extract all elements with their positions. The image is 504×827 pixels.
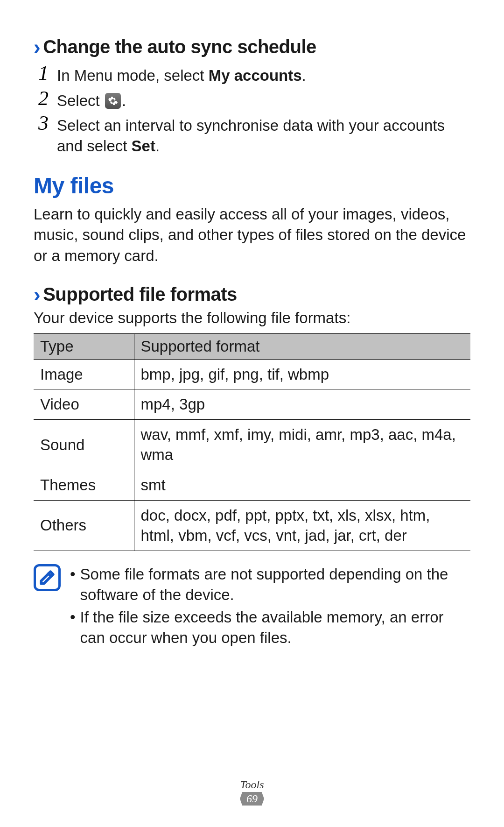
step-bold: My accounts bbox=[209, 67, 302, 84]
step-text-post: . bbox=[155, 137, 160, 155]
step-number: 1 bbox=[34, 63, 49, 84]
note-item: •If the file size exceeds the available … bbox=[70, 607, 470, 648]
table-row: Themes smt bbox=[34, 470, 470, 501]
cell-format: mp4, 3gp bbox=[134, 389, 470, 420]
bullet-icon: • bbox=[70, 607, 76, 648]
step-body: In Menu mode, select My accounts. bbox=[57, 63, 306, 86]
table-row: Image bmp, jpg, gif, png, tif, wbmp bbox=[34, 359, 470, 389]
table-row: Video mp4, 3gp bbox=[34, 389, 470, 420]
lead-text: Your device supports the following file … bbox=[34, 309, 470, 327]
cell-format: doc, docx, pdf, ppt, pptx, txt, xls, xls… bbox=[134, 500, 470, 551]
step-body: Select an interval to synchronise data w… bbox=[57, 113, 470, 156]
step-2: 2 Select . bbox=[34, 88, 470, 111]
cell-format: bmp, jpg, gif, png, tif, wbmp bbox=[134, 359, 470, 389]
page-number: 69 bbox=[240, 792, 264, 806]
chevron-icon: › bbox=[34, 283, 40, 306]
cell-format: wav, mmf, xmf, imy, midi, amr, mp3, aac,… bbox=[134, 419, 470, 470]
cell-type: Video bbox=[34, 389, 134, 420]
subheading-formats: ›Supported file formats bbox=[34, 282, 470, 305]
note-block: •Some file formats are not supported dep… bbox=[34, 564, 470, 650]
page: ›Change the auto sync schedule 1 In Menu… bbox=[0, 0, 504, 650]
formats-table: Type Supported format Image bmp, jpg, gi… bbox=[34, 333, 470, 551]
note-text: Some file formats are not supported depe… bbox=[80, 564, 470, 605]
th-format: Supported format bbox=[134, 333, 470, 359]
note-list: •Some file formats are not supported dep… bbox=[70, 564, 470, 650]
step-text-post: . bbox=[122, 92, 126, 109]
step-text-post: . bbox=[302, 67, 306, 84]
step-body: Select . bbox=[57, 88, 126, 111]
step-1: 1 In Menu mode, select My accounts. bbox=[34, 63, 470, 86]
steps-list: 1 In Menu mode, select My accounts. 2 Se… bbox=[34, 63, 470, 156]
subheading-autosync: ›Change the auto sync schedule bbox=[34, 35, 470, 58]
note-text: If the file size exceeds the available m… bbox=[80, 607, 470, 648]
gear-icon bbox=[105, 93, 121, 109]
table-header-row: Type Supported format bbox=[34, 333, 470, 359]
cell-format: smt bbox=[134, 470, 470, 501]
step-bold: Set bbox=[132, 137, 155, 155]
cell-type: Others bbox=[34, 500, 134, 551]
step-3: 3 Select an interval to synchronise data… bbox=[34, 113, 470, 156]
cell-type: Image bbox=[34, 359, 134, 389]
subheading-text: Change the auto sync schedule bbox=[43, 36, 316, 57]
table-row: Sound wav, mmf, xmf, imy, midi, amr, mp3… bbox=[34, 419, 470, 470]
note-item: •Some file formats are not supported dep… bbox=[70, 564, 470, 605]
cell-type: Sound bbox=[34, 419, 134, 470]
chevron-icon: › bbox=[34, 35, 40, 58]
page-footer: Tools 69 bbox=[0, 778, 504, 806]
bullet-icon: • bbox=[70, 564, 76, 605]
intro-paragraph: Learn to quickly and easily access all o… bbox=[34, 204, 470, 266]
step-text: Select bbox=[57, 92, 104, 109]
footer-section: Tools bbox=[0, 778, 504, 791]
table-row: Others doc, docx, pdf, ppt, pptx, txt, x… bbox=[34, 500, 470, 551]
step-number: 2 bbox=[34, 88, 49, 109]
page-number-badge: 69 bbox=[240, 792, 264, 806]
cell-type: Themes bbox=[34, 470, 134, 501]
heading-my-files: My files bbox=[34, 173, 470, 198]
step-text: Select an interval to synchronise data w… bbox=[57, 117, 445, 155]
step-text: In Menu mode, select bbox=[57, 67, 209, 84]
subheading-text: Supported file formats bbox=[43, 284, 237, 304]
note-icon bbox=[34, 564, 61, 591]
step-number: 3 bbox=[34, 113, 49, 134]
th-type: Type bbox=[34, 333, 134, 359]
